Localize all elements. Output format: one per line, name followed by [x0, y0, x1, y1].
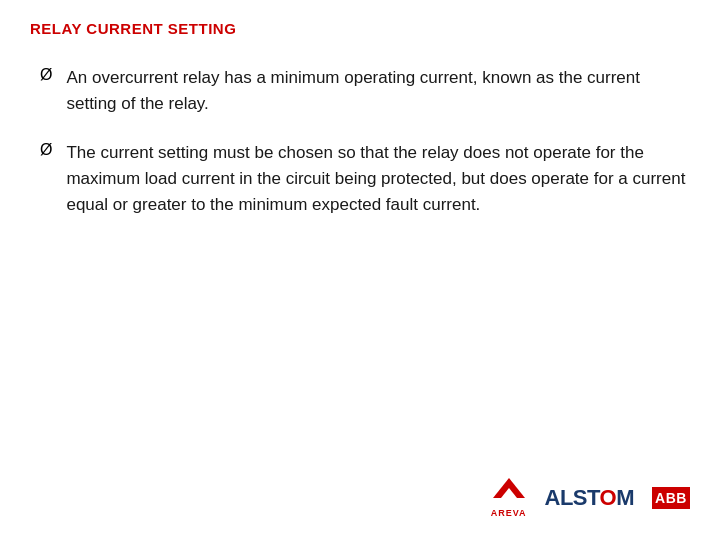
bullet-item-1: Ø An overcurrent relay has a minimum ope…	[40, 65, 690, 118]
bullet-symbol-2: Ø	[40, 141, 52, 159]
alstom-logo: ALSTOM	[545, 485, 635, 511]
areva-logo: AREVA	[491, 478, 527, 518]
alstom-o: O	[600, 485, 617, 510]
content-area: Ø An overcurrent relay has a minimum ope…	[30, 65, 690, 219]
bullet-text-1: An overcurrent relay has a minimum opera…	[66, 65, 690, 118]
slide-container: RELAY CURRENT SETTING Ø An overcurrent r…	[0, 0, 720, 540]
bullet-symbol-1: Ø	[40, 66, 52, 84]
slide-title: RELAY CURRENT SETTING	[30, 20, 690, 37]
bullet-text-2: The current setting must be chosen so th…	[66, 140, 690, 219]
footer-logos: AREVA ALSTOM ABB	[491, 478, 690, 518]
abb-logo: ABB	[652, 487, 690, 509]
areva-text: AREVA	[491, 508, 527, 518]
areva-inner-triangle-icon	[501, 488, 517, 498]
bullet-item-2: Ø The current setting must be chosen so …	[40, 140, 690, 219]
areva-triangle-icon	[493, 478, 525, 498]
